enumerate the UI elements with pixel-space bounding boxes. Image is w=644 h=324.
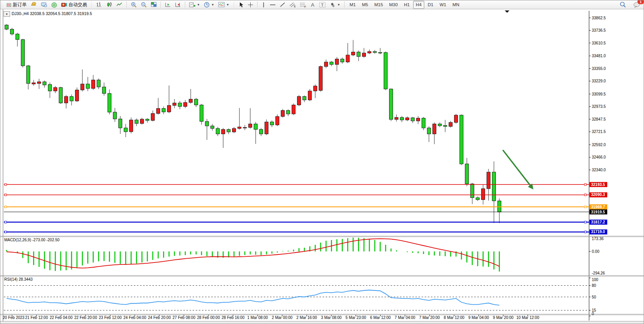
candle-body (406, 118, 409, 120)
line-handle[interactable] (5, 206, 7, 208)
candle-body (325, 62, 328, 67)
time-axis-label: 27 Feb 08:00 (173, 315, 195, 320)
zoom-in-button[interactable] (129, 0, 139, 9)
group-handle[interactable] (233, 2, 235, 8)
equidistant-channel-icon: E (289, 2, 296, 8)
auto-trading-button[interactable]: 自动交易 (59, 0, 89, 9)
candlestick-chart-button[interactable] (104, 0, 114, 9)
timeframe-button-d1[interactable]: D1 (425, 1, 436, 9)
candle-body (287, 111, 290, 114)
candle-body (297, 96, 301, 105)
timeframe-button-m1[interactable]: M1 (347, 1, 359, 9)
gold-bars-icon (31, 2, 37, 7)
candle-body (444, 125, 447, 126)
line-handle[interactable] (5, 194, 7, 196)
group-handle[interactable] (91, 2, 92, 8)
timeframe-button-w1[interactable]: W1 (437, 1, 449, 9)
candle-body (330, 62, 333, 64)
new-order-button[interactable]: 新订单 (5, 0, 29, 9)
chart-area[interactable]: 33862.533736.533610.533481.033355.033229… (0, 9, 644, 324)
periods-button[interactable]: ▼ (202, 0, 216, 9)
terminal-button[interactable] (39, 0, 49, 9)
line-handle[interactable] (584, 184, 586, 186)
vertical-line-button[interactable] (260, 0, 268, 9)
candle-body (260, 130, 263, 134)
candle-body (476, 198, 480, 200)
horizontal-line-button[interactable] (268, 0, 278, 9)
bar-chart-icon (96, 2, 102, 7)
timeframe-button-m30[interactable]: M30 (386, 1, 400, 9)
auto-scroll-button[interactable] (163, 0, 173, 9)
candle-body (417, 118, 420, 121)
separator (185, 2, 185, 8)
candle-body (211, 126, 214, 128)
line-handle[interactable] (5, 221, 7, 223)
candle-body (157, 108, 160, 113)
notifications-button[interactable]: 1 (631, 0, 642, 9)
line-chart-button[interactable] (114, 0, 125, 9)
dropdown-caret: ▼ (211, 3, 214, 7)
crosshair-icon (248, 2, 253, 8)
candle-body (43, 82, 46, 85)
candle-body (335, 59, 339, 65)
zoom-in-icon (131, 2, 137, 8)
equidistant-channel-button[interactable]: E (287, 0, 298, 9)
candle-body (427, 128, 431, 134)
text-label-icon: T (319, 2, 326, 8)
text-button[interactable]: A (308, 0, 317, 9)
time-axis-label: 10 Mar 12:00 (516, 315, 539, 320)
price-badge-label: 31969.7 (591, 205, 605, 209)
text-icon: A (310, 2, 315, 7)
new-chart-button[interactable]: ▼ (187, 0, 202, 9)
timeframe-button-m5[interactable]: M5 (359, 1, 371, 9)
candle-body (200, 105, 203, 121)
rsi-axis-label: 0 (592, 312, 594, 316)
candle-body (482, 189, 485, 200)
timeframe-button-m15[interactable]: M15 (372, 1, 386, 9)
candle-body (492, 172, 496, 201)
candle-body (178, 103, 182, 106)
line-handle[interactable] (584, 206, 586, 208)
timeframe-button-h4[interactable]: H4 (413, 1, 424, 9)
text-label-button[interactable]: T (317, 0, 328, 9)
svg-text:A: A (311, 2, 314, 7)
candle-body (454, 115, 458, 123)
line-handle[interactable] (5, 231, 7, 233)
auto-trading-icon (61, 2, 67, 7)
candle-body (487, 172, 490, 189)
candle-body (303, 96, 306, 100)
zoom-out-button[interactable] (139, 0, 149, 9)
search-button[interactable] (618, 0, 628, 9)
chart-shift-button[interactable] (173, 0, 183, 9)
price-tick-label: 33862.5 (592, 16, 606, 20)
candle-body (449, 123, 453, 126)
price-badge-label: 32193.5 (591, 182, 605, 187)
dropdown-caret: ▼ (226, 3, 229, 7)
chart-canvas[interactable]: 33862.533736.533610.533481.033355.033229… (0, 9, 644, 324)
trendline-button[interactable] (278, 0, 287, 9)
line-handle[interactable] (584, 194, 586, 196)
candle-body (146, 119, 149, 120)
candle-body (319, 67, 323, 90)
candle-body (270, 122, 274, 125)
line-handle[interactable] (5, 184, 7, 186)
candle-body (97, 80, 101, 87)
crosshair-button[interactable] (246, 0, 255, 9)
bar-chart-button[interactable] (94, 0, 104, 9)
indicators-button[interactable]: ▼ (216, 0, 231, 9)
timeframe-button-h1[interactable]: H1 (401, 1, 412, 9)
fibonacci-button[interactable]: F (298, 0, 308, 9)
arrows-button[interactable]: ▼ (328, 0, 342, 9)
line-handle[interactable] (584, 221, 586, 223)
gold-symbols-button[interactable] (29, 0, 39, 9)
symbol-dropdown[interactable]: ▼ (3, 11, 10, 17)
timeframe-button-mn[interactable]: MN (450, 1, 462, 9)
line-handle[interactable] (584, 231, 586, 233)
cursor-button[interactable] (237, 0, 246, 9)
signals-button[interactable] (49, 0, 59, 9)
candle-body (243, 128, 247, 128)
toolbar-drag-handle[interactable] (1, 2, 3, 8)
tile-windows-button[interactable] (149, 0, 159, 9)
candle-body (119, 119, 122, 128)
candle-body (433, 124, 436, 134)
